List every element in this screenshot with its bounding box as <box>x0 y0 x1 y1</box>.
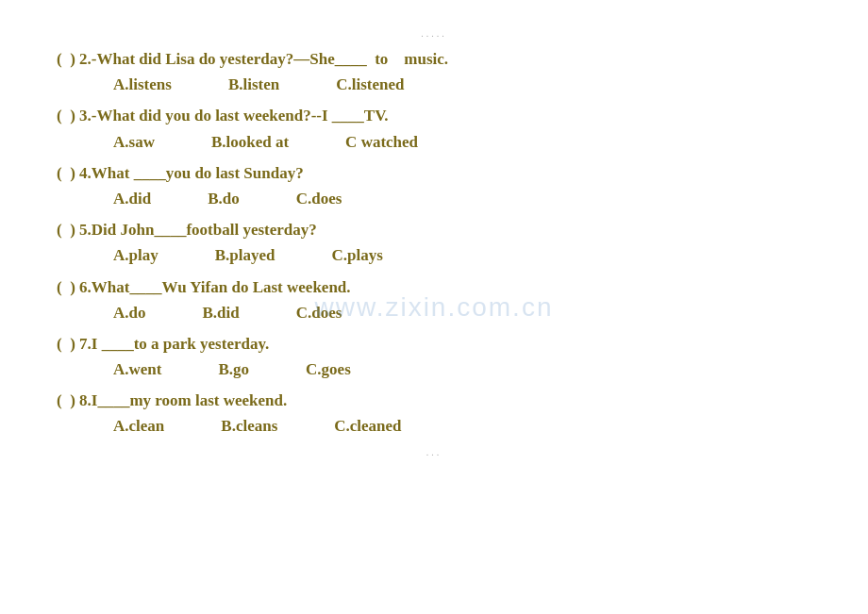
question-line-q7: ( ) 7.I ____to a park yesterday. <box>57 331 811 357</box>
question-block-q6: ( ) 6.What____Wu Yifan do Last weekend. … <box>57 274 811 325</box>
option-q2-b: B.listen <box>228 72 279 97</box>
option-q2-a: A.listens <box>113 72 172 97</box>
option-q3-c: C watched <box>345 129 418 155</box>
bottom-dots: ... <box>57 447 811 457</box>
options-line-q8: A.clean B.cleans C.cleaned <box>57 413 811 439</box>
question-block-q5: ( ) 5.Did John____football yesterday? A.… <box>57 217 811 268</box>
options-line-q7: A.went B.go C.goes <box>57 357 811 382</box>
option-q4-c: C.does <box>296 186 342 211</box>
option-q7-c: C.goes <box>306 357 351 382</box>
question-block-q3: ( ) 3.-What did you do last weekend?--I … <box>57 103 811 154</box>
question-line-q8: ( ) 8.I____my room last weekend. <box>57 388 811 413</box>
question-block-q8: ( ) 8.I____my room last weekend. A.clean… <box>57 388 811 439</box>
top-dots: ..... <box>57 28 811 39</box>
option-q3-b: B.looked at <box>211 129 289 155</box>
question-line-q2: ( ) 2.-What did Lisa do yesterday?—She__… <box>57 46 811 72</box>
question-line-q6: ( ) 6.What____Wu Yifan do Last weekend. <box>57 274 811 300</box>
question-number-q3: ( ) 3.-What did you do last weekend?--I … <box>57 103 389 128</box>
question-number-q6: ( ) 6.What____Wu Yifan do Last weekend. <box>57 274 351 300</box>
option-q5-c: C.plays <box>332 242 383 268</box>
question-number-q8: ( ) 8.I____my room last weekend. <box>57 388 287 413</box>
question-block-q7: ( ) 7.I ____to a park yesterday. A.went … <box>57 331 811 382</box>
option-q2-c: C.listened <box>336 72 404 97</box>
question-number-q5: ( ) 5.Did John____football yesterday? <box>57 217 317 242</box>
question-block-q4: ( ) 4.What ____you do last Sunday? A.did… <box>57 160 811 211</box>
question-line-q4: ( ) 4.What ____you do last Sunday? <box>57 160 811 186</box>
option-q7-b: B.go <box>218 357 249 382</box>
options-line-q3: A.saw B.looked at C watched <box>57 129 811 155</box>
question-number-q7: ( ) 7.I ____to a park yesterday. <box>57 331 269 357</box>
option-q5-b: B.played <box>215 242 275 268</box>
option-q5-a: A.play <box>113 242 159 268</box>
option-q8-a: A.clean <box>113 413 164 439</box>
option-q6-c: C.does <box>296 300 342 325</box>
options-line-q5: A.play B.played C.plays <box>57 242 811 268</box>
question-number-q4: ( ) 4.What ____you do last Sunday? <box>57 160 304 186</box>
option-q3-a: A.saw <box>113 129 155 155</box>
question-number-q2: ( ) 2.-What did Lisa do yesterday?—She__… <box>57 46 448 72</box>
question-line-q3: ( ) 3.-What did you do last weekend?--I … <box>57 103 811 128</box>
option-q4-b: B.do <box>208 186 240 211</box>
option-q8-b: B.cleans <box>221 413 277 439</box>
options-line-q2: A.listens B.listen C.listened <box>57 72 811 97</box>
question-line-q5: ( ) 5.Did John____football yesterday? <box>57 217 811 242</box>
options-line-q4: A.did B.do C.does <box>57 186 811 211</box>
options-line-q6: A.do B.did C.does <box>57 300 811 325</box>
page-container: ..... www.zixin.com.cn ( ) 2.-What did L… <box>0 0 868 614</box>
option-q4-a: A.did <box>113 186 151 211</box>
question-block-q2: ( ) 2.-What did Lisa do yesterday?—She__… <box>57 46 811 97</box>
option-q6-a: A.do <box>113 300 145 325</box>
option-q7-a: A.went <box>113 357 161 382</box>
option-q6-b: B.did <box>202 300 239 325</box>
option-q8-c: C.cleaned <box>334 413 401 439</box>
